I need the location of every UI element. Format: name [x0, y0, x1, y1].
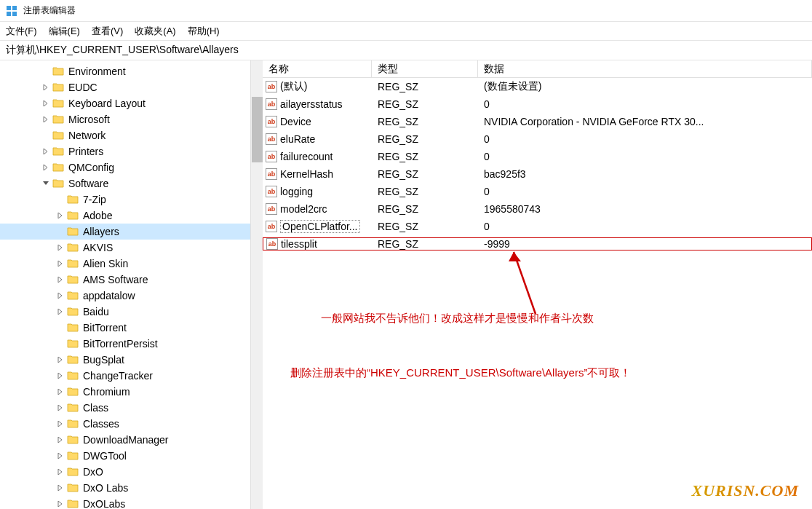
expand-toggle[interactable]	[55, 419, 65, 429]
expand-toggle[interactable]	[55, 307, 65, 317]
tree-label: QMConfig	[68, 162, 114, 173]
expand-toggle[interactable]	[55, 483, 65, 493]
tree-item-adobe[interactable]: Adobe	[0, 208, 262, 224]
tree-item-eudc[interactable]: EUDC	[0, 79, 262, 95]
folder-icon	[67, 210, 79, 221]
expand-toggle[interactable]	[41, 162, 51, 173]
tree-item-bugsplat[interactable]: BugSplat	[0, 352, 262, 368]
registry-value-row[interactable]: abfailurecountREG_SZ0	[263, 148, 812, 165]
tree-item-environment[interactable]: Environment	[0, 63, 262, 79]
expand-toggle[interactable]	[55, 371, 65, 381]
value-data: NVIDIA Corporation - NVIDIA GeForce RTX …	[478, 116, 812, 127]
tree-item-dwgtool[interactable]: DWGTool	[0, 448, 262, 464]
expand-toggle[interactable]	[55, 275, 65, 285]
expand-toggle	[41, 130, 51, 141]
col-header-data[interactable]: 数据	[478, 60, 812, 77]
registry-value-row[interactable]: abKernelHashREG_SZbac925f3	[263, 165, 812, 183]
menu-file[interactable]: 文件(F)	[6, 25, 37, 38]
folder-icon	[52, 66, 64, 76]
tree-item-bittorrentpersist[interactable]: BitTorrentPersist	[0, 336, 262, 352]
tree-panel[interactable]: EnvironmentEUDCKeyboard LayoutMicrosoftN…	[0, 60, 263, 509]
scrollbar-vertical[interactable]	[250, 60, 263, 509]
col-header-name[interactable]: 名称	[263, 60, 372, 77]
tree-item-class[interactable]: Class	[0, 400, 262, 416]
tree-item-downloadmanager[interactable]: DownloadManager	[0, 432, 262, 448]
registry-value-row[interactable]: abeluRateREG_SZ0	[263, 130, 812, 148]
expand-toggle[interactable]	[55, 451, 65, 461]
tree-item-keyboard-layout[interactable]: Keyboard Layout	[0, 95, 262, 111]
registry-value-row[interactable]: abOpenCLPlatfor...REG_SZ0	[263, 218, 812, 235]
tree-item-chromium[interactable]: Chromium	[0, 384, 262, 400]
tree-item-akvis[interactable]: AKVIS	[0, 240, 262, 256]
tree-item-network[interactable]: Network	[0, 127, 262, 143]
expand-toggle[interactable]	[41, 98, 51, 108]
registry-value-row[interactable]: ab(默认)REG_SZ(数值未设置)	[263, 78, 812, 95]
tree-label: DownloadManager	[83, 434, 169, 446]
value-name: model2crc	[280, 203, 327, 215]
folder-icon	[67, 403, 79, 413]
tree-item-7-zip[interactable]: 7-Zip	[0, 192, 262, 208]
folder-icon	[52, 82, 64, 92]
expand-toggle[interactable]	[55, 499, 65, 509]
expand-toggle[interactable]	[55, 467, 65, 477]
tree-item-changetracker[interactable]: ChangeTracker	[0, 368, 262, 384]
expand-toggle[interactable]	[55, 355, 65, 365]
registry-value-row[interactable]: abDeviceREG_SZNVIDIA Corporation - NVIDI…	[263, 113, 812, 130]
cell-name-wrap: abOpenCLPlatfor...	[263, 220, 372, 233]
value-name: tilessplit	[281, 238, 317, 250]
tree-item-allayers[interactable]: Allayers	[0, 224, 262, 240]
folder-icon	[67, 451, 79, 461]
list-panel[interactable]: 名称 类型 数据 ab(默认)REG_SZ(数值未设置)abailayersst…	[263, 60, 812, 509]
expand-toggle[interactable]	[55, 291, 65, 301]
tree-item-microsoft[interactable]: Microsoft	[0, 111, 262, 127]
folder-icon	[67, 291, 79, 301]
tree-item-classes[interactable]: Classes	[0, 416, 262, 432]
expand-toggle[interactable]	[41, 82, 51, 92]
expand-toggle[interactable]	[55, 403, 65, 413]
scrollbar-thumb[interactable]	[252, 97, 263, 162]
menu-help[interactable]: 帮助(H)	[188, 25, 220, 38]
value-data: 0	[478, 186, 812, 197]
registry-value-row[interactable]: abloggingREG_SZ0	[263, 183, 812, 200]
registry-value-row[interactable]: abmodel2crcREG_SZ1965580743	[263, 200, 812, 218]
value-name: (默认)	[280, 80, 307, 93]
expand-toggle[interactable]	[41, 114, 51, 125]
address-bar[interactable]: 计算机\HKEY_CURRENT_USER\Software\Allayers	[0, 40, 812, 60]
value-data: bac925f3	[478, 168, 812, 180]
tree-item-ams-software[interactable]: AMS Software	[0, 272, 262, 288]
tree-label: Network	[68, 130, 106, 141]
tree-item-dxolabs[interactable]: DxOLabs	[0, 496, 262, 509]
expand-toggle[interactable]	[55, 259, 65, 269]
cell-name-wrap: ab(默认)	[263, 80, 372, 93]
tree-label: Classes	[83, 418, 119, 430]
expand-toggle[interactable]	[41, 146, 51, 157]
tree-item-appdatalow[interactable]: appdatalow	[0, 288, 262, 304]
expand-toggle	[55, 339, 65, 349]
tree-item-software[interactable]: Software	[0, 175, 262, 192]
expand-toggle[interactable]	[55, 435, 65, 445]
value-type: REG_SZ	[372, 133, 478, 145]
tree-item-alien-skin[interactable]: Alien Skin	[0, 256, 262, 272]
expand-toggle[interactable]	[55, 242, 65, 253]
tree-item-dxo-labs[interactable]: DxO Labs	[0, 480, 262, 496]
folder-icon	[67, 499, 79, 509]
col-header-type[interactable]: 类型	[372, 60, 478, 77]
folder-icon	[67, 483, 79, 493]
folder-icon	[67, 226, 79, 237]
registry-value-row[interactable]: abailayersstatusREG_SZ0	[263, 95, 812, 113]
expand-toggle[interactable]	[55, 387, 65, 397]
value-type: REG_SZ	[372, 98, 478, 110]
cell-name-wrap: ablogging	[263, 186, 372, 197]
menu-view[interactable]: 查看(V)	[92, 25, 123, 38]
tree-item-bittorrent[interactable]: BitTorrent	[0, 320, 262, 336]
menu-edit[interactable]: 编辑(E)	[49, 25, 80, 38]
tree-item-baidu[interactable]: Baidu	[0, 304, 262, 320]
tree-label: Class	[83, 402, 108, 414]
tree-item-qmconfig[interactable]: QMConfig	[0, 159, 262, 175]
tree-item-printers[interactable]: Printers	[0, 143, 262, 159]
expand-toggle[interactable]	[41, 178, 51, 189]
menu-favorites[interactable]: 收藏夹(A)	[135, 25, 175, 38]
expand-toggle[interactable]	[55, 210, 65, 221]
tree-item-dxo[interactable]: DxO	[0, 464, 262, 480]
value-type: REG_SZ	[372, 81, 478, 92]
